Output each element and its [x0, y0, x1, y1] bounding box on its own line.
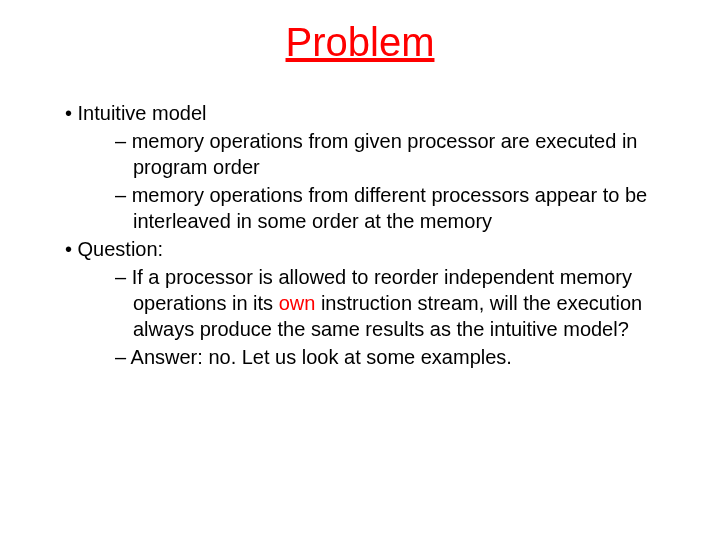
list-item: memory operations from given processor a… [45, 128, 675, 180]
list-item: Answer: no. Let us look at some examples… [45, 344, 675, 370]
page-title: Problem [45, 20, 675, 65]
list-item: If a processor is allowed to reorder ind… [45, 264, 675, 342]
list-item: Intuitive model [45, 100, 675, 126]
emphasis-word: own [279, 292, 316, 314]
list-item: memory operations from different process… [45, 182, 675, 234]
list-item: Question: [45, 236, 675, 262]
slide-content: Intuitive model memory operations from g… [45, 100, 675, 370]
